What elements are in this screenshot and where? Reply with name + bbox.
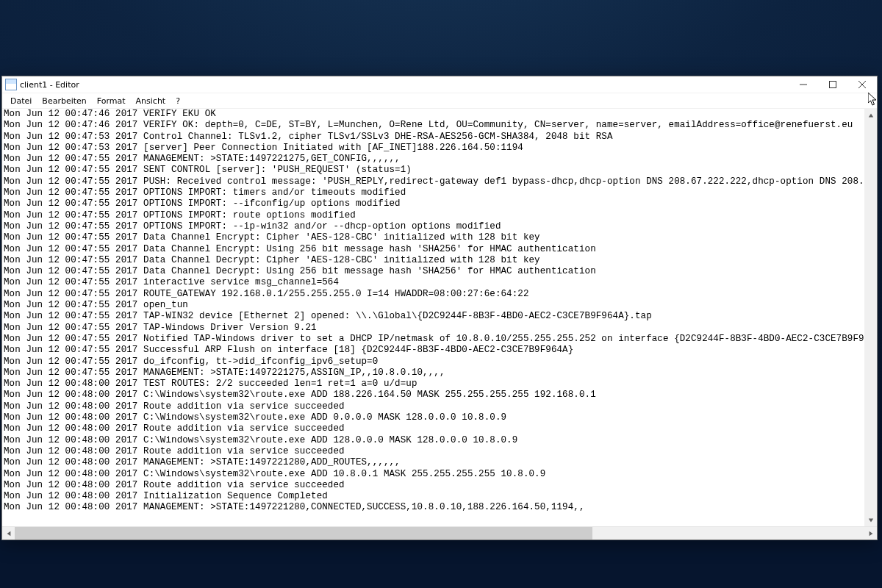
text-area[interactable]: Mon Jun 12 00:47:46 2017 VERIFY EKU OK M… — [2, 109, 877, 514]
svg-rect-1 — [830, 82, 836, 88]
scroll-left-button[interactable] — [2, 527, 15, 539]
scroll-up-button[interactable] — [864, 109, 877, 121]
minimize-button[interactable] — [789, 76, 818, 93]
text-area-container: Mon Jun 12 00:47:46 2017 VERIFY EKU OK M… — [2, 109, 877, 526]
vertical-scroll-track[interactable] — [864, 121, 877, 514]
scroll-right-button[interactable] — [864, 527, 877, 539]
horizontal-scrollbar[interactable] — [2, 526, 877, 539]
menu-bearbeiten[interactable]: Bearbeiten — [37, 95, 91, 107]
notepad-window: client1 - Editor Datei Bearbeiten Format… — [1, 76, 878, 540]
menubar: Datei Bearbeiten Format Ansicht ? — [2, 93, 877, 109]
notepad-icon — [5, 79, 17, 90]
svg-marker-7 — [869, 531, 872, 535]
menu-format[interactable]: Format — [92, 95, 131, 107]
maximize-button[interactable] — [818, 76, 847, 93]
scroll-down-button[interactable] — [864, 514, 877, 526]
horizontal-scroll-thumb[interactable] — [15, 527, 592, 539]
window-controls — [789, 76, 877, 93]
menu-datei[interactable]: Datei — [5, 95, 37, 107]
window-title: client1 - Editor — [20, 80, 789, 90]
close-button[interactable] — [847, 76, 877, 93]
vertical-scrollbar[interactable] — [864, 109, 877, 526]
menu-hilfe[interactable]: ? — [171, 95, 185, 107]
svg-marker-4 — [868, 113, 872, 117]
menu-ansicht[interactable]: Ansicht — [131, 95, 171, 107]
svg-marker-5 — [868, 518, 872, 522]
titlebar[interactable]: client1 - Editor — [2, 76, 877, 93]
horizontal-scroll-track[interactable] — [15, 527, 864, 539]
svg-marker-6 — [7, 531, 10, 535]
